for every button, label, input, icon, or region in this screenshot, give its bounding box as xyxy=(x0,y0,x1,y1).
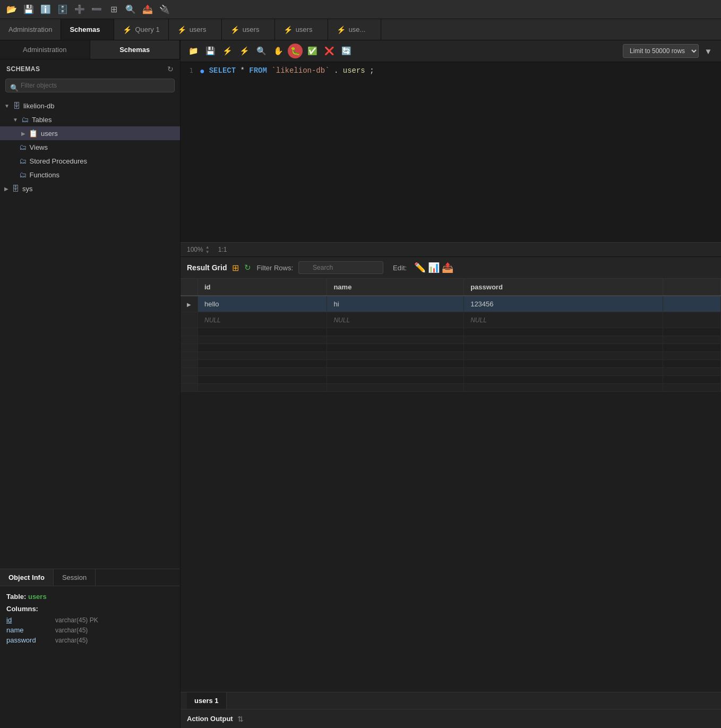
bottom-tabs: users 1 xyxy=(181,692,721,709)
cell-id-1[interactable]: hello xyxy=(198,296,327,312)
cell-name-9[interactable] xyxy=(327,376,464,384)
table-row[interactable] xyxy=(181,376,721,384)
cell-id-10[interactable] xyxy=(198,384,327,392)
cell-password-3[interactable] xyxy=(464,328,663,336)
cell-id-4[interactable] xyxy=(198,336,327,344)
tab-users1[interactable]: ⚡ users xyxy=(169,19,222,40)
q-icon-debug[interactable]: 🐛 xyxy=(288,44,303,58)
tree-item-tables[interactable]: ▼ 🗂 Tables xyxy=(0,113,180,126)
edit-icon-export[interactable]: 📤 xyxy=(442,262,453,273)
toolbar-icon-remove[interactable]: ➖ xyxy=(89,2,104,17)
table-row[interactable] xyxy=(181,352,721,360)
toolbar-icon-export[interactable]: 📤 xyxy=(140,2,155,17)
table-row[interactable]: NULL NULL NULL xyxy=(181,312,721,328)
functions-icon: 🗂 xyxy=(19,170,27,179)
q-icon-execute-selection[interactable]: ⚡ xyxy=(237,44,252,58)
toolbar-icon-save[interactable]: 💾 xyxy=(21,2,36,17)
cell-name-5[interactable] xyxy=(327,344,464,352)
tab-administration-side[interactable]: Administration xyxy=(0,40,90,59)
tab-query1[interactable]: ⚡ Query 1 xyxy=(114,19,168,40)
cell-name-1[interactable]: hi xyxy=(327,296,464,312)
col-header-extra xyxy=(663,279,720,296)
toolbar-icon-db[interactable]: 🗄️ xyxy=(55,2,70,17)
tab-users2[interactable]: ⚡ users xyxy=(222,19,275,40)
cell-id-3[interactable] xyxy=(198,328,327,336)
refresh-schemas-icon[interactable]: ↻ xyxy=(167,65,174,73)
tab-schemas[interactable]: Schemas xyxy=(61,19,114,40)
cell-password-4[interactable] xyxy=(464,336,663,344)
cell-name-10[interactable] xyxy=(327,384,464,392)
q-icon-refresh[interactable]: 🔄 xyxy=(339,44,354,58)
toolbar-icon-folder[interactable]: 📂 xyxy=(4,2,19,17)
tab-users4[interactable]: ⚡ use... xyxy=(328,19,381,40)
tab-schemas-side[interactable]: Schemas xyxy=(90,40,181,59)
q-icon-stop[interactable]: ✋ xyxy=(271,44,286,58)
q-icon-execute[interactable]: ⚡ xyxy=(220,44,235,58)
cell-id-6[interactable] xyxy=(198,352,327,360)
table-row[interactable] xyxy=(181,360,721,368)
toolbar-icon-info[interactable]: ℹ️ xyxy=(38,2,53,17)
tree-item-functions[interactable]: 🗂 Functions xyxy=(0,168,180,182)
cell-password-9[interactable] xyxy=(464,376,663,384)
table-row[interactable] xyxy=(181,336,721,344)
cell-id-9[interactable] xyxy=(198,376,327,384)
cell-name-6[interactable] xyxy=(327,352,464,360)
tab-administration[interactable]: Administration xyxy=(0,19,61,40)
q-icon-folder[interactable]: 📁 xyxy=(186,44,201,58)
cell-password-7[interactable] xyxy=(464,360,663,368)
table-row[interactable] xyxy=(181,328,721,336)
q-icon-inspect[interactable]: 🔍 xyxy=(254,44,269,58)
limit-select[interactable]: Limit to 50000 rows xyxy=(623,44,699,58)
zoom-arrows[interactable]: ▲ ▼ xyxy=(205,245,210,254)
tree-item-users[interactable]: ▶ 📋 users xyxy=(0,126,180,140)
toolbar-icon-search2[interactable]: 🔍 xyxy=(123,2,138,17)
q-icon-rollback[interactable]: ❌ xyxy=(322,44,337,58)
cell-password-2[interactable]: NULL xyxy=(464,312,663,328)
cell-name-3[interactable] xyxy=(327,328,464,336)
cell-name-4[interactable] xyxy=(327,336,464,344)
q-icon-dropdown[interactable]: ▼ xyxy=(701,44,716,58)
tree-item-stored-procedures[interactable]: 🗂 Stored Procedures xyxy=(0,154,180,168)
edit-icon-table[interactable]: 📊 xyxy=(428,262,440,273)
tab-session[interactable]: Session xyxy=(54,569,96,586)
tree-item-views[interactable]: 🗂 Views xyxy=(0,140,180,154)
filter-objects-input[interactable] xyxy=(5,79,175,92)
row-arrow-1: ▶ xyxy=(187,302,191,307)
cell-name-2[interactable]: NULL xyxy=(327,312,464,328)
toolbar-icon-server[interactable]: 🔌 xyxy=(157,2,172,17)
cell-extra-1 xyxy=(663,296,720,312)
cell-name-7[interactable] xyxy=(327,360,464,368)
toolbar-icon-grid[interactable]: ⊞ xyxy=(106,2,121,17)
table-row[interactable]: ▶ hello hi 123456 xyxy=(181,296,721,312)
cell-password-10[interactable] xyxy=(464,384,663,392)
result-refresh-icon[interactable]: ↻ xyxy=(244,263,251,272)
bottom-tab-users1[interactable]: users 1 xyxy=(187,692,227,709)
grid-view-icon[interactable]: ⊞ xyxy=(232,263,239,273)
table-row[interactable] xyxy=(181,368,721,376)
tab-object-info[interactable]: Object Info xyxy=(0,569,54,586)
cell-password-8[interactable] xyxy=(464,368,663,376)
cell-password-5[interactable] xyxy=(464,344,663,352)
cell-password-1[interactable]: 123456 xyxy=(464,296,663,312)
cell-id-8[interactable] xyxy=(198,368,327,376)
table-row[interactable] xyxy=(181,384,721,392)
q-icon-commit[interactable]: ✅ xyxy=(305,44,320,58)
edit-icons: ✏️ 📊 📤 xyxy=(414,262,453,273)
bolt-icon-5: ⚡ xyxy=(337,25,346,34)
cell-id-2[interactable]: NULL xyxy=(198,312,327,328)
q-icon-save[interactable]: 💾 xyxy=(203,44,218,58)
tree-item-sys[interactable]: ▶ 🗄 sys xyxy=(0,182,180,195)
cell-name-8[interactable] xyxy=(327,368,464,376)
cell-id-5[interactable] xyxy=(198,344,327,352)
result-search-input[interactable] xyxy=(298,261,383,274)
cell-id-7[interactable] xyxy=(198,360,327,368)
cell-password-6[interactable] xyxy=(464,352,663,360)
tree-item-likelion-db[interactable]: ▼ 🗄 likelion-db xyxy=(0,99,180,113)
toolbar-icon-add-table[interactable]: ➕ xyxy=(72,2,87,17)
action-output-expand-icon[interactable]: ⇅ xyxy=(237,715,244,723)
chevron-stored-procedures xyxy=(13,158,16,164)
editor-area[interactable]: 1 ● SELECT * FROM `likelion-db` . users … xyxy=(181,62,721,243)
tab-users3[interactable]: ⚡ users xyxy=(275,19,328,40)
edit-icon-pencil[interactable]: ✏️ xyxy=(414,262,426,273)
table-row[interactable] xyxy=(181,344,721,352)
